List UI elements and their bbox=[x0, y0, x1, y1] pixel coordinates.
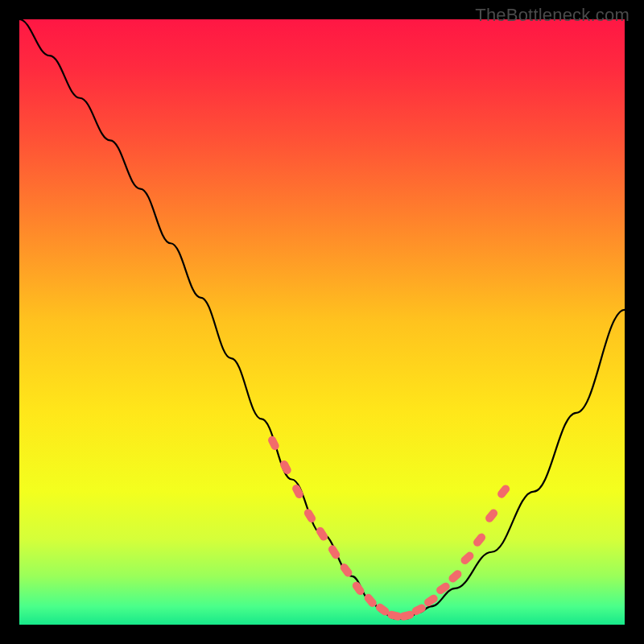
data-marker bbox=[459, 551, 475, 566]
data-marker bbox=[303, 507, 317, 524]
data-marker bbox=[315, 526, 329, 543]
data-marker bbox=[472, 532, 487, 548]
data-marker bbox=[423, 593, 440, 608]
data-marker bbox=[266, 435, 280, 452]
data-marker bbox=[447, 568, 463, 584]
data-marker bbox=[435, 581, 452, 596]
data-marker bbox=[291, 483, 304, 500]
watermark-text: TheBottleneck.com bbox=[475, 5, 630, 26]
marker-group bbox=[266, 435, 511, 621]
curve-layer bbox=[19, 19, 625, 625]
data-marker bbox=[484, 508, 499, 524]
data-marker bbox=[496, 483, 511, 499]
chart-container: TheBottleneck.com bbox=[0, 0, 644, 644]
plot-area bbox=[19, 19, 625, 625]
